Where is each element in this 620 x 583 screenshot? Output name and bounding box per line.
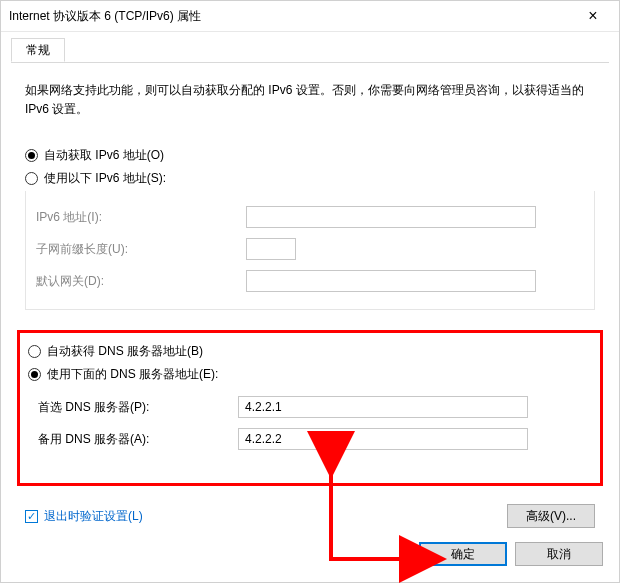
ipv6-address-input (246, 206, 536, 228)
default-gateway-input (246, 270, 536, 292)
preferred-dns-label: 首选 DNS 服务器(P): (28, 399, 238, 416)
dns-manual-fields: 首选 DNS 服务器(P): 4.2.2.1 备用 DNS 服务器(A): 4.… (28, 393, 592, 453)
alternate-dns-input[interactable]: 4.2.2.2 (238, 428, 528, 450)
tab-general[interactable]: 常规 (11, 38, 65, 62)
cancel-button[interactable]: 取消 (515, 542, 603, 566)
dialog-body: 常规 如果网络支持此功能，则可以自动获取分配的 IPv6 设置。否则，你需要向网… (1, 32, 619, 548)
radio-dns-auto-label: 自动获得 DNS 服务器地址(B) (47, 343, 203, 360)
default-gateway-label: 默认网关(D): (36, 273, 246, 290)
radio-icon (25, 149, 38, 162)
radio-ip-auto-label: 自动获取 IPv6 地址(O) (44, 147, 164, 164)
tabstrip: 常规 (11, 38, 609, 63)
subnet-prefix-input (246, 238, 296, 260)
radio-dns-manual[interactable]: 使用下面的 DNS 服务器地址(E): (28, 366, 592, 383)
subnet-prefix-label: 子网前缀长度(U): (36, 241, 246, 258)
alternate-dns-label: 备用 DNS 服务器(A): (28, 431, 238, 448)
radio-icon (25, 172, 38, 185)
footer-row: 退出时验证设置(L) 高级(V)... (25, 504, 595, 528)
ok-button[interactable]: 确定 (419, 542, 507, 566)
radio-dns-auto[interactable]: 自动获得 DNS 服务器地址(B) (28, 343, 592, 360)
window-title: Internet 协议版本 6 (TCP/IPv6) 属性 (9, 8, 573, 25)
description-text: 如果网络支持此功能，则可以自动获取分配的 IPv6 设置。否则，你需要向网络管理… (25, 81, 595, 119)
dns-highlight-box: 自动获得 DNS 服务器地址(B) 使用下面的 DNS 服务器地址(E): 首选… (17, 330, 603, 486)
radio-dns-manual-label: 使用下面的 DNS 服务器地址(E): (47, 366, 218, 383)
validate-checkbox[interactable] (25, 510, 38, 523)
radio-ip-manual[interactable]: 使用以下 IPv6 地址(S): (25, 170, 595, 187)
ipv6-properties-dialog: Internet 协议版本 6 (TCP/IPv6) 属性 × 常规 如果网络支… (0, 0, 620, 583)
tab-page-general: 如果网络支持此功能，则可以自动获取分配的 IPv6 设置。否则，你需要向网络管理… (11, 63, 609, 538)
ip-manual-fields: IPv6 地址(I): 子网前缀长度(U): 默认网关(D): (25, 191, 595, 310)
advanced-button[interactable]: 高级(V)... (507, 504, 595, 528)
validate-checkbox-label: 退出时验证设置(L) (44, 508, 143, 525)
radio-icon (28, 345, 41, 358)
close-icon[interactable]: × (573, 1, 613, 31)
preferred-dns-input[interactable]: 4.2.2.1 (238, 396, 528, 418)
radio-icon (28, 368, 41, 381)
ip-address-group: 自动获取 IPv6 地址(O) 使用以下 IPv6 地址(S): IPv6 地址… (25, 147, 595, 310)
radio-ip-auto[interactable]: 自动获取 IPv6 地址(O) (25, 147, 595, 164)
dialog-buttons: 确定 取消 (419, 542, 603, 566)
radio-ip-manual-label: 使用以下 IPv6 地址(S): (44, 170, 166, 187)
titlebar: Internet 协议版本 6 (TCP/IPv6) 属性 × (1, 1, 619, 32)
ipv6-address-label: IPv6 地址(I): (36, 209, 246, 226)
